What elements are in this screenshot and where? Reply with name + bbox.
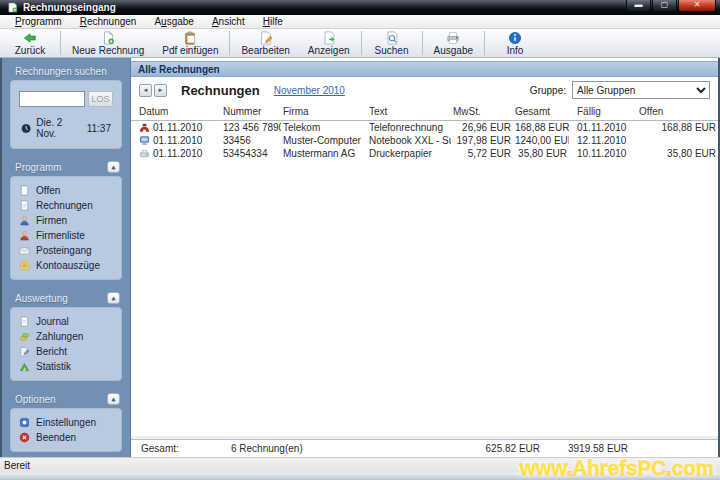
app-window: Rechnungseingang ▬ ▢ ✕ Programm Rechnung… (0, 0, 720, 480)
prev-month-button[interactable]: ◄ (139, 84, 152, 97)
table-row[interactable]: 01.11.2010 53454334 Mustermann AG Drucke… (131, 147, 718, 160)
navigation-row: ◄ ► Rechnungen November 2010 Gruppe: All… (131, 77, 718, 103)
minimize-button[interactable]: ▬ (626, 0, 651, 12)
optionen-section-title: Optionen (15, 394, 56, 405)
period-link[interactable]: November 2010 (274, 85, 345, 96)
sidebar-item-beenden[interactable]: Beenden (17, 430, 115, 445)
toolbar-separator (422, 31, 423, 55)
menu-ausgabe[interactable]: Ausgabe (145, 16, 202, 27)
sidebar-item-firmen[interactable]: Firmen (17, 213, 115, 228)
coins-icon (19, 331, 30, 342)
column-header-datum[interactable]: Datum (131, 104, 221, 121)
search-section-title: Rechnungen suchen (15, 66, 107, 77)
summary-count: 6 Rechnung(en) (231, 443, 303, 454)
document-icon (19, 185, 30, 196)
window-title: Rechnungseingang (23, 2, 116, 13)
content-area: Rechnungen suchen LOS Die. 2 Nov. 11:37 … (0, 58, 720, 457)
menu-programm[interactable]: Programm (6, 16, 71, 27)
menu-rechnungen[interactable]: Rechnungen (71, 16, 146, 27)
column-header-offen[interactable]: Offen (637, 104, 718, 121)
group-select[interactable]: Alle Gruppen (572, 81, 710, 99)
edit-button[interactable]: Bearbeiten (232, 29, 298, 57)
programm-section-header: Programm ▴ (10, 159, 122, 176)
toolbar-separator (484, 31, 485, 55)
programm-panel: Offen Rechnungen Firmen Firmenliste Post… (10, 176, 122, 280)
collapse-button[interactable]: ▴ (107, 161, 120, 173)
menu-ansicht[interactable]: Ansicht (203, 16, 254, 27)
quit-icon (19, 432, 30, 443)
info-button[interactable]: Info (487, 29, 543, 57)
report-pencil-icon (19, 346, 30, 357)
document-icon (19, 200, 30, 211)
column-header-nummer[interactable]: Nummer (221, 104, 281, 121)
output-button[interactable]: Ausgabe (425, 29, 482, 57)
phone-icon (139, 122, 150, 133)
sidebar-item-kontoauszuege[interactable]: Kontoauszüge (17, 258, 115, 273)
main-panel: Alle Rechnungen ◄ ► Rechnungen November … (131, 58, 720, 457)
sidebar-item-zahlungen[interactable]: Zahlungen (17, 329, 115, 344)
menu-hilfe[interactable]: Hilfe (254, 16, 292, 27)
show-button[interactable]: Anzeigen (299, 29, 359, 57)
maximize-button[interactable]: ▢ (652, 0, 677, 12)
clipboard-paste-icon (183, 31, 197, 45)
person-icon (19, 215, 30, 226)
toolbar-separator (229, 31, 230, 55)
person-list-icon (19, 230, 30, 241)
document-icon (19, 316, 30, 327)
info-icon (508, 31, 522, 45)
printer-icon (446, 31, 460, 45)
toolbar-separator (361, 31, 362, 55)
search-document-icon (385, 31, 399, 45)
chart-icon (19, 361, 30, 372)
optionen-panel: Einstellungen Beenden (10, 408, 122, 452)
search-input[interactable] (19, 91, 85, 107)
summary-label: Gesamt: (141, 443, 179, 454)
auswertung-section-title: Auswertung (15, 293, 68, 304)
app-icon (7, 2, 18, 13)
search-go-button[interactable]: LOS (88, 91, 113, 107)
main-panel-header: Alle Rechnungen (131, 61, 718, 77)
fax-icon (139, 148, 150, 159)
sidebar-item-einstellungen[interactable]: Einstellungen (17, 415, 115, 430)
computer-icon (139, 135, 150, 146)
back-arrow-icon (23, 31, 37, 45)
column-header-faellig[interactable]: Fällig (569, 104, 637, 121)
sidebar-item-firmenliste[interactable]: Firmenliste (17, 228, 115, 243)
optionen-section-header: Optionen ▴ (10, 391, 122, 408)
column-header-text[interactable]: Text (367, 104, 451, 121)
collapse-button[interactable]: ▴ (107, 292, 120, 304)
sidebar-item-bericht[interactable]: Bericht (17, 344, 115, 359)
sidebar-item-statistik[interactable]: Statistik (17, 359, 115, 374)
back-button[interactable]: Zurück (2, 29, 58, 57)
table-row[interactable]: 01.11.2010 123 456 7890 Telekom Telefonr… (131, 121, 718, 135)
new-document-icon (101, 31, 115, 45)
next-month-button[interactable]: ► (154, 84, 167, 97)
sidebar-item-journal[interactable]: Journal (17, 314, 115, 329)
time-label: 11:37 (87, 123, 113, 134)
view-document-icon (322, 31, 336, 45)
collapse-button[interactable]: ▴ (107, 393, 120, 405)
menu-bar: Programm Rechnungen Ausgabe Ansicht Hilf… (0, 15, 720, 29)
date-label: Die. 2 Nov. (36, 117, 81, 139)
title-bar: Rechnungseingang ▬ ▢ ✕ (0, 0, 720, 15)
sidebar-item-offen[interactable]: Offen (17, 183, 115, 198)
table-row[interactable]: 01.11.2010 33456 Muster-Computer Noteboo… (131, 134, 718, 147)
summary-row: Gesamt: 6 Rechnung(en) 625.82 EUR 3919.5… (131, 439, 718, 457)
column-header-gesamt[interactable]: Gesamt (513, 104, 569, 121)
close-button[interactable]: ✕ (678, 0, 716, 12)
sidebar-item-posteingang[interactable]: Posteingang (17, 243, 115, 258)
watermark: www.AhrefsPC.com (520, 457, 714, 480)
insert-pdf-button[interactable]: Pdf einfügen (153, 29, 227, 57)
column-header-firma[interactable]: Firma (281, 104, 367, 121)
page-title: Rechnungen (181, 83, 260, 98)
clock-icon (21, 123, 31, 134)
panel-title: Alle Rechnungen (138, 64, 220, 75)
sidebar-item-rechnungen[interactable]: Rechnungen (17, 198, 115, 213)
edit-document-icon (259, 31, 273, 45)
new-invoice-button[interactable]: Neue Rechnung (63, 29, 153, 57)
search-section-header: Rechnungen suchen (10, 64, 122, 80)
search-button[interactable]: Suchen (364, 29, 420, 57)
toolbar-separator (60, 31, 61, 55)
column-header-mwst[interactable]: MwSt. (451, 104, 513, 121)
invoice-table: Datum Nummer Firma Text MwSt. Gesamt Fäl… (131, 104, 718, 160)
